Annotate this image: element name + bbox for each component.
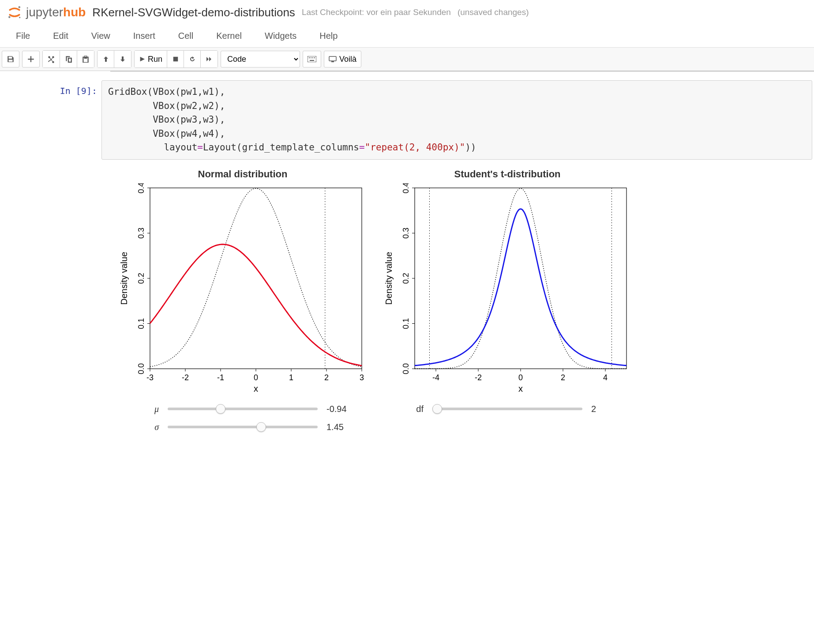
checkpoint-text: Last Checkpoint: vor ein paar Sekunden (302, 7, 451, 17)
menubar: File Edit View Insert Cell Kernel Widget… (0, 25, 814, 48)
play-icon (139, 56, 145, 62)
df-label: df (397, 404, 424, 414)
svg-text:0: 0 (254, 373, 258, 382)
run-button[interactable]: Run (135, 51, 167, 67)
save-icon (7, 55, 15, 63)
svg-rect-10 (329, 56, 336, 61)
restart-run-all-button[interactable] (201, 51, 218, 67)
menu-edit[interactable]: Edit (41, 26, 79, 45)
cut-button[interactable] (43, 51, 60, 67)
move-down-button[interactable] (114, 51, 131, 67)
svg-rect-7 (312, 57, 313, 58)
menu-view[interactable]: View (80, 26, 122, 45)
svg-point-2 (19, 17, 20, 18)
restart-icon (189, 56, 196, 63)
notebook-area: In [9]: GridBox(VBox(pw1,w1), VBox(pw2,w… (0, 71, 814, 440)
svg-rect-3 (173, 57, 178, 62)
move-up-button[interactable] (98, 51, 114, 67)
student-plot-box: Student's t-distribution -4-20240.00.10.… (375, 168, 640, 440)
fast-forward-icon (206, 56, 213, 63)
run-group: Run (134, 50, 218, 68)
unsaved-text: (unsaved changes) (458, 7, 529, 17)
svg-text:1: 1 (289, 373, 293, 382)
notebook-header: jupyterhub RKernel-SVGWidget-demo-distri… (0, 0, 814, 25)
paste-button[interactable] (77, 51, 94, 67)
svg-text:x: x (254, 384, 258, 393)
voila-button[interactable]: Voilà (324, 51, 361, 67)
svg-text:0.2: 0.2 (401, 273, 410, 284)
menu-help[interactable]: Help (308, 26, 349, 45)
arrow-down-icon (119, 56, 126, 63)
jupyterhub-logo[interactable]: jupyterhub (7, 4, 86, 20)
svg-point-1 (8, 16, 11, 19)
normal-plot: -3-2-101230.00.10.20.30.4xDensity value (119, 183, 366, 395)
logo-text-hub: hub (63, 5, 86, 19)
normal-controls: μ -0.94 σ 1.45 (132, 404, 353, 440)
save-button[interactable] (2, 51, 19, 67)
svg-rect-5 (309, 57, 310, 58)
svg-rect-4 (308, 56, 316, 62)
cell-type-select[interactable]: Code (221, 51, 300, 67)
svg-rect-40 (415, 188, 626, 369)
df-slider[interactable] (432, 408, 582, 410)
menu-insert[interactable]: Insert (122, 26, 167, 45)
sigma-label: σ (132, 422, 159, 432)
keyboard-icon (308, 56, 316, 62)
monitor-icon (329, 56, 337, 62)
svg-text:0.0: 0.0 (401, 363, 410, 374)
code-cell[interactable]: In [9]: GridBox(VBox(pw1,w1), VBox(pw2,w… (44, 80, 814, 160)
cut-copy-paste-group (42, 50, 94, 68)
input-prompt: In [9]: (44, 80, 101, 160)
add-cell-button[interactable] (22, 51, 40, 67)
svg-text:-1: -1 (217, 373, 224, 382)
svg-text:0: 0 (518, 373, 523, 382)
svg-text:4: 4 (603, 373, 608, 382)
copy-button[interactable] (60, 51, 77, 67)
svg-text:2: 2 (324, 373, 329, 382)
sigma-control-row: σ 1.45 (132, 422, 353, 432)
jupyter-icon (7, 4, 23, 20)
mu-slider[interactable] (168, 408, 318, 410)
svg-text:-2: -2 (182, 373, 189, 382)
menu-kernel[interactable]: Kernel (205, 26, 253, 45)
scissors-icon (47, 55, 55, 63)
student-plot: -4-20240.00.10.20.30.4xDensity value (384, 183, 631, 395)
svg-rect-6 (311, 57, 311, 58)
output-area: Normal distribution -3-2-101230.00.10.20… (110, 168, 814, 440)
arrow-up-icon (102, 56, 109, 63)
svg-text:-4: -4 (432, 373, 439, 382)
svg-text:2: 2 (561, 373, 565, 382)
svg-text:0.4: 0.4 (401, 183, 410, 194)
svg-text:-2: -2 (475, 373, 482, 382)
copy-icon (64, 55, 72, 63)
code-input[interactable]: GridBox(VBox(pw1,w1), VBox(pw2,w2), VBox… (101, 80, 812, 160)
normal-plot-box: Normal distribution -3-2-101230.00.10.20… (110, 168, 375, 440)
student-plot-title: Student's t-distribution (454, 168, 560, 180)
notebook-title[interactable]: RKernel-SVGWidget-demo-distributions (92, 6, 295, 19)
svg-text:0.4: 0.4 (137, 183, 146, 194)
svg-text:0.2: 0.2 (137, 273, 146, 284)
toolbar: Run Code Voilà (0, 48, 814, 71)
student-controls: df 2 (397, 404, 618, 422)
svg-rect-11 (331, 61, 334, 62)
stop-icon (173, 56, 179, 62)
df-value: 2 (591, 404, 618, 414)
run-label: Run (148, 55, 162, 64)
plot-grid: Normal distribution -3-2-101230.00.10.20… (110, 168, 814, 440)
mu-control-row: μ -0.94 (132, 404, 353, 414)
df-control-row: df 2 (397, 404, 618, 414)
svg-text:Density value: Density value (119, 251, 129, 304)
sigma-slider[interactable] (168, 426, 318, 428)
menu-widgets[interactable]: Widgets (253, 26, 308, 45)
menu-file[interactable]: File (4, 26, 41, 45)
svg-text:0.3: 0.3 (401, 227, 410, 238)
sigma-value: 1.45 (326, 422, 353, 432)
paste-icon (82, 55, 90, 63)
svg-text:Density value: Density value (384, 251, 394, 304)
voila-label: Voilà (339, 55, 356, 64)
svg-text:3: 3 (360, 373, 364, 382)
restart-button[interactable] (184, 51, 201, 67)
menu-cell[interactable]: Cell (167, 26, 205, 45)
command-palette-button[interactable] (303, 51, 321, 67)
stop-button[interactable] (167, 51, 184, 67)
